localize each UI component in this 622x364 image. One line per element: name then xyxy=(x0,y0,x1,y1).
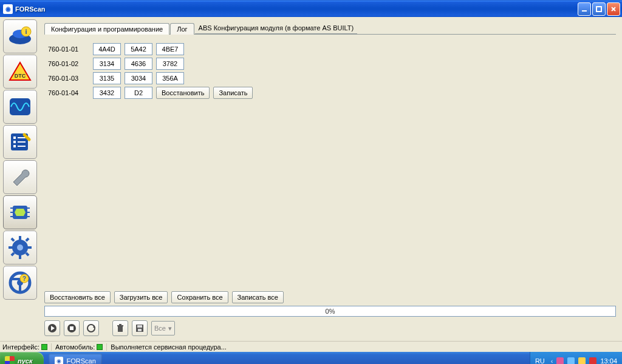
filter-combo[interactable]: Все ▾ xyxy=(151,321,175,335)
window-title: FORScan xyxy=(15,5,576,13)
play-button[interactable] xyxy=(44,320,60,336)
svg-text:i: i xyxy=(25,28,27,35)
tray-icon-3[interactable] xyxy=(578,357,586,364)
save-all-button[interactable]: Сохранить все xyxy=(171,291,228,303)
system-tray: RU ‹ 13:04 xyxy=(530,352,622,364)
status-interface-label: Интерфейс: xyxy=(2,343,39,351)
checklist-icon xyxy=(7,131,33,153)
sidebar: i DTC xyxy=(0,17,39,341)
hex-cell[interactable] xyxy=(156,72,184,84)
data-row: 760-01-01 xyxy=(47,43,616,55)
titlebar: ◉ FORScan xyxy=(0,0,622,17)
tab-config[interactable]: Конфигурация и программирование xyxy=(44,23,169,35)
sidebar-vehicle-info[interactable]: i xyxy=(3,19,37,53)
hex-cell[interactable] xyxy=(125,58,152,70)
hex-cell[interactable] xyxy=(93,72,121,84)
sidebar-settings[interactable] xyxy=(3,231,37,265)
sidebar-chip[interactable] xyxy=(3,195,37,229)
svg-rect-14 xyxy=(13,145,16,147)
bottom-buttons: Восстановить все Загрузить все Сохранить… xyxy=(44,291,616,303)
hex-cell[interactable] xyxy=(125,72,152,84)
sidebar-steering[interactable]: ? xyxy=(3,266,37,300)
hex-cell[interactable] xyxy=(156,58,184,70)
svg-rect-29 xyxy=(19,255,21,259)
tray-icon-1[interactable] xyxy=(556,357,564,364)
start-label: пуск xyxy=(18,357,33,364)
svg-rect-34 xyxy=(25,237,29,241)
trash-icon xyxy=(115,323,125,333)
data-row: 760-01-03 xyxy=(47,72,616,84)
svg-rect-49 xyxy=(117,325,123,326)
tray-icon-4[interactable] xyxy=(589,357,596,364)
windows-flag-icon xyxy=(5,356,15,364)
row-label: 760-01-03 xyxy=(47,73,89,84)
svg-rect-52 xyxy=(137,325,142,328)
vehicle-status-dot xyxy=(97,344,103,350)
sidebar-oscilloscope[interactable] xyxy=(3,90,37,124)
taskbar-app-icon: ◉ xyxy=(55,357,63,364)
data-row: 760-01-04 Восстановить Записать xyxy=(47,87,616,99)
tray-icon-2[interactable] xyxy=(567,357,575,364)
hex-cell[interactable] xyxy=(93,58,121,70)
row-label: 760-01-01 xyxy=(47,44,89,55)
svg-rect-48 xyxy=(118,326,123,332)
control-row: Все ▾ xyxy=(44,320,616,339)
start-button[interactable]: пуск xyxy=(0,352,44,364)
minimize-button[interactable] xyxy=(578,2,591,16)
svg-rect-1 xyxy=(596,7,601,12)
tray-language[interactable]: RU xyxy=(535,357,545,364)
interface-status-dot xyxy=(41,344,47,350)
svg-marker-19 xyxy=(15,209,26,216)
wrench-icon xyxy=(7,166,33,188)
chevron-down-icon: ▾ xyxy=(168,325,172,332)
app-icon: ◉ xyxy=(3,4,13,14)
refresh-button[interactable] xyxy=(83,320,99,336)
write-button[interactable]: Записать xyxy=(213,87,253,99)
sidebar-service[interactable] xyxy=(3,160,37,194)
play-icon xyxy=(47,323,57,333)
svg-point-27 xyxy=(17,244,23,251)
chip-icon xyxy=(7,201,33,223)
svg-rect-12 xyxy=(13,136,16,139)
minimize-icon xyxy=(581,6,587,12)
gear-icon xyxy=(7,235,33,260)
status-vehicle: Автомобиль: xyxy=(55,343,107,351)
save-button[interactable] xyxy=(132,320,148,336)
status-interface: Интерфейс: xyxy=(2,343,52,351)
stop-button[interactable] xyxy=(64,320,80,336)
tray-clock[interactable]: 13:04 xyxy=(600,357,617,364)
row-label: 760-01-02 xyxy=(47,58,89,69)
tab-log[interactable]: Лог xyxy=(170,23,194,35)
statusbar: Интерфейс: Автомобиль: Выполняется серви… xyxy=(0,341,622,352)
main-panel: Конфигурация и программирование Лог ABS … xyxy=(39,17,622,341)
hex-cell[interactable] xyxy=(125,43,152,55)
sidebar-tests[interactable] xyxy=(3,125,37,159)
hex-cell[interactable] xyxy=(93,87,121,99)
svg-rect-31 xyxy=(27,246,32,249)
data-area: 760-01-01 760-01-02 760-01-03 760-01-04 xyxy=(44,41,616,288)
maximize-button[interactable] xyxy=(592,2,606,16)
trash-button[interactable] xyxy=(112,320,128,336)
hex-cell[interactable] xyxy=(125,87,152,99)
svg-rect-28 xyxy=(19,236,21,240)
car-info-icon: i xyxy=(7,25,33,47)
taskbar-app[interactable]: ◉ FORScan xyxy=(49,354,102,364)
hex-cell[interactable] xyxy=(93,43,121,55)
row-label: 760-01-04 xyxy=(47,87,89,98)
load-all-button[interactable]: Загрузить все xyxy=(114,291,168,303)
steering-icon: ? xyxy=(7,270,33,295)
restore-all-button[interactable]: Восстановить все xyxy=(44,291,111,303)
svg-rect-0 xyxy=(582,10,587,12)
refresh-icon xyxy=(86,323,96,333)
sidebar-dtc[interactable]: DTC xyxy=(3,55,37,89)
write-all-button[interactable]: Записать все xyxy=(232,291,284,303)
svg-rect-45 xyxy=(70,326,73,330)
floppy-icon xyxy=(135,323,145,333)
svg-rect-10 xyxy=(10,98,30,115)
restore-button[interactable]: Восстановить xyxy=(156,87,210,99)
hex-cell[interactable] xyxy=(156,43,184,55)
progress-bar: 0% xyxy=(44,306,616,317)
tray-chevron-icon[interactable]: ‹ xyxy=(551,357,553,364)
svg-text:DTC: DTC xyxy=(14,73,26,79)
close-button[interactable] xyxy=(607,2,620,16)
